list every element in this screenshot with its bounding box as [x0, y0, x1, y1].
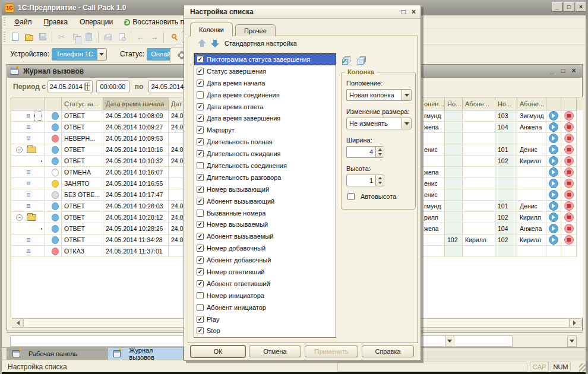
table-row[interactable]: БЕЗ ОТВЕ...24.05.2014 10:17:47: [11, 189, 184, 201]
stop-button[interactable]: [564, 224, 574, 233]
menu-file[interactable]: Файл: [8, 17, 38, 27]
collapse-expander-icon[interactable]: −: [16, 214, 23, 221]
checkbox-icon[interactable]: ✓: [197, 245, 204, 252]
table-row[interactable]: енис101Денис: [422, 144, 583, 156]
check-all-button[interactable]: ✓: [342, 56, 351, 65]
height-down-button[interactable]: [376, 180, 384, 186]
column-list-item[interactable]: ✓Дата время начала: [194, 77, 336, 89]
table-row[interactable]: −ОТВЕТ24.05.2014 10:10:1624.0: [11, 144, 184, 156]
child-maximize-button[interactable]: □: [559, 66, 567, 75]
column-header[interactable]: Но...: [445, 97, 463, 110]
checkbox-icon[interactable]: ✓: [197, 80, 204, 87]
column-list-item[interactable]: ✓Абонент вызывающий: [194, 195, 336, 207]
stop-button[interactable]: [564, 213, 574, 222]
autoheight-checkbox[interactable]: Автовысота: [346, 193, 396, 200]
checkbox-icon[interactable]: ✓: [197, 198, 204, 205]
save-button[interactable]: [36, 31, 49, 43]
column-list-item[interactable]: ✓Пиктограмма статуса завершения: [194, 53, 336, 65]
play-button[interactable]: [549, 201, 558, 211]
table-row[interactable]: гмунд101Денис: [422, 201, 583, 212]
search-button[interactable]: [167, 31, 179, 43]
table-row[interactable]: ОТВЕТ24.05.2014 10:09:2724.0: [11, 122, 184, 133]
scroll-right-button[interactable]: [570, 319, 581, 327]
menu-edit[interactable]: Правка: [38, 17, 74, 27]
column-list-item[interactable]: Длительность соединения: [194, 160, 336, 172]
column-list-item[interactable]: ✓Номер вызывающий: [194, 183, 336, 195]
checkbox-icon[interactable]: ✓: [197, 327, 204, 334]
table-row[interactable]: рилл102Кирилл: [422, 212, 583, 223]
stop-button[interactable]: [564, 190, 574, 199]
preview-button[interactable]: [115, 31, 128, 43]
column-list-item[interactable]: ✓Дата время ответа: [194, 101, 336, 113]
checkbox-icon[interactable]: [197, 292, 204, 299]
table-row[interactable]: −ОТВЕТ24.05.2014 10:28:1224.0: [11, 212, 184, 223]
column-list-item[interactable]: ✓Маршрут: [194, 124, 336, 136]
background-dropdown-button[interactable]: [445, 335, 454, 347]
column-list-item[interactable]: ✓Абонент ответивший: [194, 278, 336, 290]
column-list-item[interactable]: ✓Длительность полная: [194, 136, 336, 148]
stop-button[interactable]: [564, 179, 574, 188]
column-list-item[interactable]: ✓Длительность разговора: [194, 172, 336, 183]
column-header[interactable]: Абоне...: [517, 97, 546, 110]
column-header[interactable]: Абоне...: [463, 97, 495, 110]
close-button[interactable]: ×: [576, 2, 586, 12]
table-row[interactable]: жела104Анжела: [422, 223, 583, 234]
resize-grip[interactable]: [579, 363, 588, 372]
stop-button[interactable]: [564, 156, 574, 166]
column-list-item[interactable]: ✓Stop: [194, 325, 336, 337]
position-select[interactable]: Новая колонка: [346, 89, 412, 101]
status-column-header[interactable]: Статус за...: [62, 97, 103, 110]
tab-columns[interactable]: Колонки: [190, 23, 233, 36]
collapse-expander-icon[interactable]: −: [16, 147, 23, 153]
checkbox-icon[interactable]: ✓: [197, 138, 204, 145]
tab-work-panel[interactable]: Рабочая панель: [7, 348, 108, 360]
move-up-button[interactable]: [197, 39, 207, 48]
open-button[interactable]: [23, 31, 35, 43]
table-row[interactable]: 102Кирилл102Кирилл: [422, 234, 583, 246]
width-down-button[interactable]: [376, 152, 384, 157]
resize-dropdown-button[interactable]: [402, 118, 412, 129]
paste-button[interactable]: [83, 31, 95, 43]
stop-button[interactable]: [564, 134, 574, 143]
device-select[interactable]: Телефон 1С: [52, 48, 107, 61]
column-list-item[interactable]: ✓Абонент вызываемый: [194, 230, 336, 242]
move-down-button[interactable]: [210, 39, 220, 48]
column-list-item[interactable]: ✓Номер вызываемый: [194, 218, 336, 230]
tree-column-header[interactable]: [11, 97, 45, 110]
dialog-close-button[interactable]: ×: [412, 8, 416, 16]
table-row[interactable]: ОТВЕТ24.05.2014 10:10:3224.0: [11, 156, 184, 167]
tab-call-log[interactable]: Журнал вызовов: [108, 348, 184, 360]
checkbox-icon[interactable]: ✓: [197, 150, 204, 157]
copy-button[interactable]: [69, 31, 81, 43]
width-up-button[interactable]: [376, 147, 384, 152]
column-list-item[interactable]: Номер инициатора: [194, 290, 336, 302]
position-dropdown-button[interactable]: [402, 89, 412, 101]
date-from-field[interactable]: 24.05.2014: [48, 80, 93, 93]
cut-button[interactable]: ✂: [55, 31, 68, 43]
column-list-item[interactable]: ✓Play: [194, 313, 336, 325]
time-from-field[interactable]: 00:00:00: [96, 80, 129, 93]
back-button[interactable]: ←: [134, 31, 147, 43]
table-row[interactable]: гмунд103Зигмунд: [422, 110, 583, 122]
menu-operations[interactable]: Операции: [74, 17, 119, 27]
checkbox-icon[interactable]: ✓: [197, 316, 204, 323]
column-list-item[interactable]: ✓Номер добавочный: [194, 242, 336, 254]
start-column-header[interactable]: Дата время начала: [103, 97, 169, 110]
device-dropdown-button[interactable]: [97, 48, 107, 61]
play-button[interactable]: [549, 224, 558, 233]
column-header[interactable]: [546, 97, 561, 110]
icon-column-header[interactable]: [45, 97, 62, 110]
column-header[interactable]: онен...: [422, 97, 445, 110]
table-row[interactable]: ОТВЕТ24.05.2014 11:34:2824.0: [11, 234, 184, 246]
column-list-item[interactable]: ✓Статус завершения: [194, 65, 336, 77]
checkbox-icon[interactable]: [197, 304, 204, 311]
checkbox-icon[interactable]: ✓: [197, 256, 204, 264]
help-button[interactable]: Справка: [362, 346, 414, 357]
table-row[interactable]: 102Кирилл: [422, 156, 583, 167]
stop-button[interactable]: [564, 145, 574, 154]
checkbox-icon[interactable]: ✓: [197, 268, 204, 275]
checkbox-icon[interactable]: ✓: [197, 115, 204, 122]
column-list-item[interactable]: Абонент инициатор: [194, 302, 336, 313]
column-header[interactable]: Но...: [495, 97, 517, 110]
column-list-item[interactable]: ✓Номер ответивший: [194, 266, 336, 278]
